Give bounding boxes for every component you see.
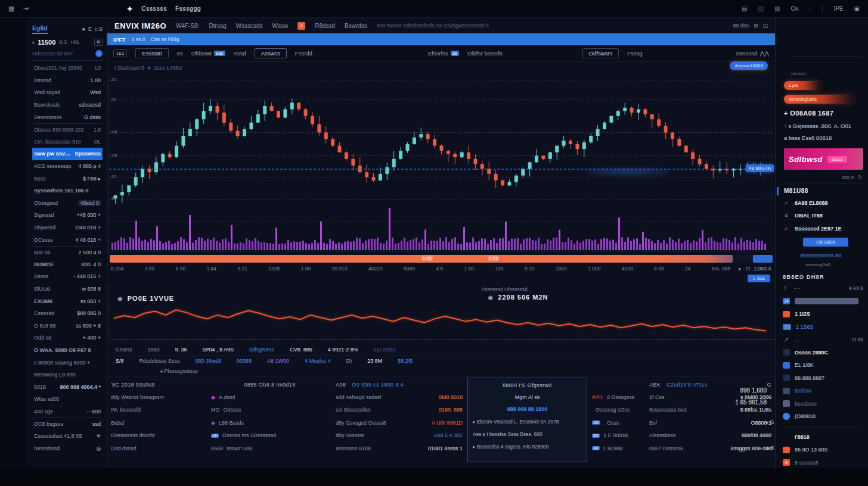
col-c-header-2[interactable]: O0 S99 cs 1800 8.4 [352, 382, 404, 388]
events-item[interactable]: Efssrfss 88 [428, 50, 459, 57]
sidebar-list-item[interactable]: EL 1/8K [783, 359, 863, 372]
watchlist-row[interactable]: Shywssd O48 018 + [32, 222, 103, 234]
panel-row[interactable]: ▸ Ebssm Vtssissd L. Esss640 0A 2078 [473, 415, 582, 428]
table-row[interactable]: A0 1 8L988 [592, 442, 642, 455]
table-row[interactable]: 1f Css s 8M80 2006 [649, 391, 771, 404]
tab-3[interactable]: Wssscsds [236, 23, 263, 29]
key-icon[interactable]: Oκ [790, 5, 798, 12]
breadcrumb-symbol[interactable]: 2sss L486d [154, 65, 182, 71]
tab-4[interactable]: Wssw [272, 23, 289, 29]
table-row[interactable]: 8G 1 E 80048 [592, 429, 642, 443]
info-icon[interactable]: i [95, 50, 103, 57]
table-row[interactable]: Osssssg sOss [592, 404, 642, 417]
forecast-item[interactable]: Fssrdd [295, 50, 312, 57]
table-row[interactable]: ssl Sbsssssfss 0180. 888 [336, 404, 463, 417]
watchlist-row[interactable]: iWsssbssd ◎ [32, 442, 103, 454]
bell-icon[interactable]: ● [82, 26, 85, 32]
edge-marker-2[interactable]: ▸ 8 [767, 445, 774, 451]
watchlist-row[interactable]: BUMOE 800. 4 0 [32, 258, 103, 271]
collapse-icon[interactable]: ⇥ [23, 5, 28, 13]
promo-button[interactable]: Essss [827, 156, 847, 163]
watchlist-row[interactable]: sww pw osv10S Spsswsss [32, 148, 103, 160]
watchlist-row[interactable]: OCssss 4 48 018 + [32, 233, 103, 246]
table-row[interactable]: ddy Wssrss bsssgssm [111, 391, 204, 404]
panel-link[interactable]: 888 008 88 1800 [473, 403, 582, 415]
watchlist-row[interactable]: Sysswdsss 151 186-0 [32, 185, 103, 197]
alert-row[interactable]: ✓ Sssssssd 2E87 1E [783, 222, 863, 235]
sidebar-bottom-item[interactable]: ≣ 8 ssssss8 [783, 456, 863, 469]
sidebar-list-item[interactable]: Ossss 2880C [783, 346, 863, 359]
watchlist-row[interactable]: 6018 800 008 4004.4 * [32, 381, 103, 393]
sidebar-list-item[interactable]: bsssbsss [783, 397, 863, 410]
ipe-label[interactable]: IPE [833, 5, 843, 12]
promo-pill-2[interactable]: ssf8885gSdss [784, 95, 854, 104]
expand-button[interactable]: Esssst0 [135, 48, 168, 58]
watchlist-row[interactable]: O 6s8 88 ss 800 + 8 [32, 319, 103, 332]
table-row[interactable]: ◆ A.dssd [211, 391, 328, 404]
apps-grid-icon[interactable]: ▦ [8, 5, 14, 13]
tab-1[interactable]: W4F-S8: [176, 23, 199, 29]
menu-item-1[interactable]: Cssssss [141, 5, 167, 12]
sidebar-list-item[interactable]: (O80818 [783, 410, 863, 423]
logo-icon[interactable]: ✦ [126, 4, 134, 14]
col-f-header-2[interactable]: C2sd19'8 ATsss [666, 382, 708, 388]
order-details-item[interactable]: Ofdfsr bstssf8 [467, 50, 503, 57]
image-icon[interactable]: ▣ [854, 5, 860, 12]
watchlist-row[interactable]: CIA: bsssssssss 810 OL [32, 136, 103, 148]
table-row[interactable]: d8y Gsvsgsd Ossss8 A U0I X081D [336, 416, 463, 429]
table-row[interactable]: d8y Asssssr A88 5 A 301 [336, 429, 463, 443]
sidebar-list-item[interactable]: 88 1 1S6S [783, 320, 863, 334]
watchlist-row[interactable]: Wfss sd06 [32, 393, 103, 406]
watchlist-row[interactable]: Wsd ssgsd Wsd [32, 86, 103, 99]
code-icon[interactable]: ◫ [758, 5, 764, 12]
table-row[interactable]: AD . Osss [592, 416, 642, 429]
watchlist-row[interactable]: O WAA. 6088 O8 F67 8 [32, 344, 103, 357]
table-row[interactable]: Gssswssss dsssfd [111, 429, 204, 443]
chat-icon[interactable]: ▤ [742, 5, 747, 12]
alert-banner[interactable]: IPFT 4 ss 8 Css ss F88g [107, 33, 775, 45]
alert-row[interactable]: ¤ O8IAL IT88 [783, 210, 863, 223]
sub-stats[interactable]: ◂ Pfssssgsstssp [107, 366, 775, 376]
claim-button[interactable]: O8.U808 [803, 238, 848, 247]
watchlist-row[interactable]: c 80808 ssswsg 6000 + [32, 356, 103, 369]
watchlist-row[interactable]: Sssss - 448 015 + [32, 270, 103, 283]
watchlist-row[interactable]: Sigwssd +48 000 + [32, 209, 103, 222]
play-icon[interactable]: ▸ [739, 266, 741, 272]
recommend-link[interactable]: Bsssssssssss 88 [801, 253, 863, 258]
table-row[interactable]: #D Gssoss ms S8ssssssd [211, 429, 328, 443]
indicators-item[interactable]: Ofdsswt 880 [191, 50, 225, 57]
table-row[interactable]: Alssssbsss 888/08 4880 [649, 429, 771, 443]
sidebar-list-item[interactable]: 1 1I2S [783, 308, 863, 321]
panel-row[interactable]: Ass s I bsssfss Ssss Bsss. 600 [473, 428, 582, 440]
tab-6[interactable]: Bswrdss [345, 23, 367, 29]
menu-item-2[interactable]: Fsssggg [175, 5, 201, 12]
alert-item[interactable]: Assd [234, 50, 246, 57]
watchlist-row[interactable]: Cssssssfsst 41.8 0S ✳ [32, 430, 103, 443]
breadcrumb[interactable]: / Gssfsssrt 0 [114, 65, 144, 71]
table-row[interactable]: s8d Asfssgd ssdssf 0M8 6018 [336, 391, 463, 404]
calendar-icon[interactable]: ⊟ [746, 266, 750, 272]
watchlist-row[interactable]: EXUM6 ss 083 + [32, 295, 103, 307]
table-row[interactable]: Bsf O8800 1 [649, 416, 771, 429]
col-f-header-3[interactable]: G [767, 382, 771, 388]
candles-canvas[interactable] [109, 74, 773, 254]
indicator-pane[interactable]: Rssssssd Hfssssssd ◉ PO0E 1VVUE ◉ 2208 5… [108, 285, 774, 340]
table-row[interactable]: IM, bsssssfd [111, 404, 204, 417]
watchlist-row[interactable]: Obssgssd 48ssd 0 [32, 197, 103, 210]
auto-pill-button[interactable]: Asssss18868 [730, 61, 768, 70]
feed-tab[interactable]: Eg8d [32, 24, 48, 34]
watchlist-row[interactable]: Odd sd + 400 + [32, 332, 103, 344]
table-row[interactable]: ◆ L88 Bssds [211, 416, 328, 429]
watchlist-row[interactable]: Ssss $ F68 ▸ [32, 172, 103, 185]
sidebar-list-item[interactable]: 14 [783, 295, 863, 308]
tab-2[interactable]: Dtrssg [209, 23, 227, 29]
table-row[interactable]: MO Odssss [211, 404, 328, 417]
watchlist-row[interactable]: Obssd101 Asy 15800 L0 [32, 62, 103, 74]
sidebar-list-item[interactable]: 88.888.8887 [783, 372, 863, 385]
compare-button[interactable]: Asswcs [255, 48, 287, 58]
watchlist-row[interactable]: Ssssssssss G dsss [32, 111, 103, 123]
panel-view-icon[interactable]: ◫ [762, 23, 768, 29]
watchlist-row[interactable]: OC8 bsgsss ssd [32, 418, 103, 430]
tab-5[interactable]: R8dssd [315, 23, 335, 29]
promo-banner[interactable]: SdIbwsd Essss [784, 148, 863, 170]
